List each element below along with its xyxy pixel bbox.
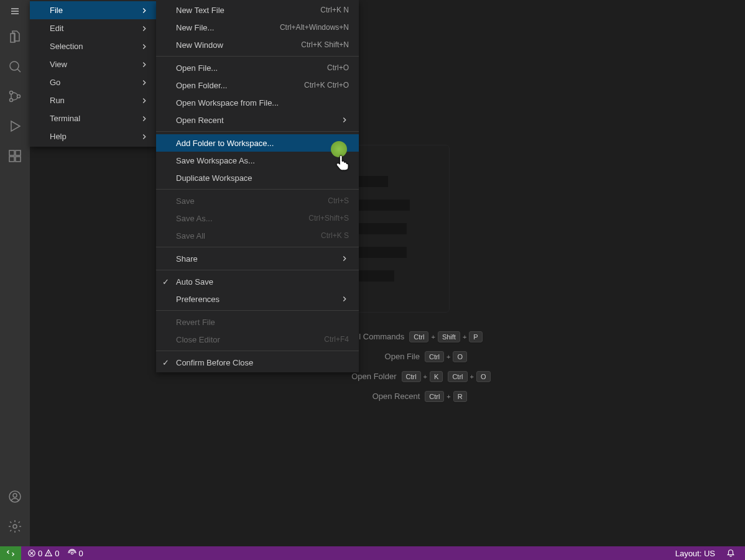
app-menu-item-run[interactable]: Run — [30, 91, 156, 109]
shortcut-keys: Ctrl+Shift+P — [409, 331, 482, 342]
welcome-shortcut-row: Open FolderCtrl+KCtrl+O — [285, 371, 491, 382]
file-menu-item-add-folder-to-workspace[interactable]: Add Folder to Workspace... — [156, 134, 359, 152]
file-menu-item-duplicate-workspace[interactable]: Duplicate Workspace — [156, 169, 359, 186]
file-submenu: New Text FileCtrl+K NNew File...Ctrl+Alt… — [156, 0, 359, 372]
search-icon[interactable] — [0, 52, 30, 81]
remote-indicator[interactable] — [0, 546, 21, 560]
menu-item-label: Edit — [50, 24, 63, 33]
app-menu-item-go[interactable]: Go — [30, 73, 156, 91]
menu-item-label: Save Workspace As... — [176, 156, 255, 165]
app-menu-item-selection[interactable]: Selection — [30, 37, 156, 55]
file-menu-item-revert-file: Revert File — [156, 313, 359, 331]
key: Ctrl — [448, 371, 467, 382]
menu-separator — [156, 351, 359, 351]
menu-item-label: Auto Save — [176, 277, 213, 287]
activity-bar — [0, 0, 30, 546]
menu-item-label: Open File... — [176, 63, 218, 73]
cursor-pointer-icon — [333, 154, 351, 173]
extensions-icon[interactable] — [0, 141, 30, 171]
menu-item-label: Save — [176, 196, 195, 206]
app-menu-item-terminal[interactable]: Terminal — [30, 109, 156, 127]
key: Ctrl — [402, 371, 421, 382]
explorer-icon[interactable] — [0, 22, 30, 52]
menu-item-label: New Window — [176, 40, 223, 50]
menu-shortcut: Ctrl+K S — [321, 231, 349, 240]
error-count: 0 — [38, 549, 42, 558]
notifications-bell-icon[interactable] — [724, 549, 738, 558]
key: Ctrl — [409, 331, 428, 342]
menu-item-label: Revert File — [176, 318, 215, 327]
menu-item-label: Share — [176, 254, 198, 264]
svg-rect-4 — [9, 150, 14, 155]
hamburger-menu-icon[interactable] — [0, 0, 30, 22]
menu-separator — [156, 247, 359, 247]
file-menu-item-share[interactable]: Share — [156, 250, 359, 267]
menu-item-label: View — [50, 60, 67, 69]
file-menu-item-save: SaveCtrl+S — [156, 192, 359, 209]
svg-point-9 — [13, 493, 17, 497]
file-menu-item-confirm-before-close[interactable]: ✓Confirm Before Close — [156, 354, 359, 371]
key: K — [430, 371, 443, 382]
menu-item-label: New File... — [176, 23, 214, 32]
file-menu-item-new-text-file[interactable]: New Text FileCtrl+K N — [156, 1, 359, 19]
menu-item-label: Selection — [50, 42, 83, 51]
source-control-icon[interactable] — [0, 81, 30, 111]
file-menu-item-new-file[interactable]: New File...Ctrl+Alt+Windows+N — [156, 19, 359, 36]
ports-count: 0 — [78, 549, 83, 558]
menu-item-label: Help — [50, 132, 67, 141]
keyboard-layout[interactable]: Layout: US — [673, 549, 718, 558]
menu-separator — [156, 310, 359, 311]
menu-item-label: Terminal — [50, 114, 80, 123]
warning-count: 0 — [55, 549, 59, 558]
file-menu-item-save-workspace-as[interactable]: Save Workspace As... — [156, 152, 359, 169]
menu-separator — [156, 56, 359, 57]
menu-shortcut: Ctrl+O — [327, 63, 349, 72]
menu-item-label: Close Editor — [176, 335, 220, 344]
run-debug-icon[interactable] — [0, 111, 30, 141]
svg-point-10 — [13, 525, 17, 528]
file-menu-item-new-window[interactable]: New WindowCtrl+K Shift+N — [156, 36, 359, 53]
app-menu-item-edit[interactable]: Edit — [30, 19, 156, 37]
key: Ctrl — [425, 391, 444, 402]
svg-rect-5 — [9, 157, 14, 162]
shortcut-keys: Ctrl+KCtrl+O — [402, 371, 491, 382]
status-bar: 0 0 0 Layout: US — [0, 546, 745, 560]
menu-shortcut: Ctrl+F4 — [324, 335, 349, 344]
file-menu-item-close-editor: Close EditorCtrl+F4 — [156, 331, 359, 348]
accounts-icon[interactable] — [0, 482, 30, 512]
menu-separator — [156, 270, 359, 270]
menu-item-label: Open Workspace from File... — [176, 98, 279, 108]
app-menu-item-view[interactable]: View — [30, 55, 156, 73]
menu-shortcut: Ctrl+Shift+S — [308, 214, 349, 223]
file-menu-item-open-file[interactable]: Open File...Ctrl+O — [156, 59, 359, 76]
menu-separator — [156, 189, 359, 190]
key: O — [453, 351, 467, 362]
key: Ctrl — [425, 351, 444, 362]
shortcut-keys: Ctrl+O — [425, 351, 467, 362]
key: O — [476, 371, 491, 382]
problems-indicator[interactable]: 0 0 — [25, 549, 62, 558]
settings-gear-icon[interactable] — [0, 512, 30, 541]
svg-point-2 — [10, 99, 13, 102]
file-menu-item-open-workspace-from-file[interactable]: Open Workspace from File... — [156, 94, 359, 111]
menu-shortcut: Ctrl+S — [328, 196, 349, 205]
shortcut-keys: Ctrl+R — [425, 391, 467, 402]
file-menu-item-open-folder[interactable]: Open Folder...Ctrl+K Ctrl+O — [156, 76, 359, 94]
file-menu-item-preferences[interactable]: Preferences — [156, 290, 359, 308]
key: R — [453, 391, 467, 402]
shortcut-label: Open Folder — [285, 372, 397, 381]
welcome-shortcut-row: Open RecentCtrl+R — [308, 391, 467, 402]
app-menu-item-help[interactable]: Help — [30, 127, 156, 145]
ports-indicator[interactable]: 0 — [65, 549, 85, 558]
menu-shortcut: Ctrl+K N — [320, 6, 349, 14]
key: P — [469, 331, 482, 342]
shortcut-label: Open Recent — [308, 392, 420, 401]
svg-point-12 — [72, 552, 74, 554]
file-menu-item-auto-save[interactable]: ✓Auto Save — [156, 273, 359, 290]
file-menu-item-open-recent[interactable]: Open Recent — [156, 111, 359, 129]
svg-rect-6 — [16, 157, 21, 162]
app-menu-list: FileEditSelectionViewGoRunTerminalHelp — [30, 0, 156, 147]
menu-shortcut: Ctrl+K Shift+N — [301, 40, 349, 49]
app-menu-item-file[interactable]: File — [30, 1, 156, 19]
svg-point-1 — [10, 91, 13, 94]
